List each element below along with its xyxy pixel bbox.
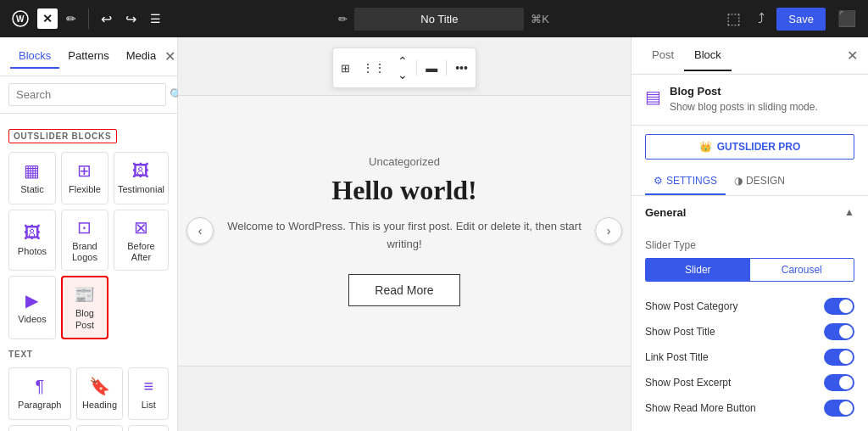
toggle-show-read-more-label: Show Read More Button: [645, 402, 756, 414]
toggle-show-read-more-switch[interactable]: [824, 400, 854, 417]
slider-type-carousel-btn[interactable]: Carousel: [750, 259, 854, 281]
block-tb-align-btn[interactable]: ▬: [420, 58, 442, 78]
block-videos[interactable]: ▶ Videos: [8, 276, 56, 339]
block-static-label: Static: [20, 184, 44, 195]
tab-media[interactable]: Media: [118, 44, 164, 69]
search-input[interactable]: [8, 83, 166, 106]
block-heading[interactable]: 🔖 Heading: [76, 367, 124, 420]
brand-logos-icon: ⊡: [77, 217, 92, 238]
keyboard-shortcut: ⌘K: [531, 13, 549, 25]
right-panel-content: General ▲ Slider Type Slider Carousel Sh…: [632, 196, 868, 431]
save-button[interactable]: Save: [776, 8, 826, 31]
block-flexible[interactable]: ⊞ Flexible: [61, 152, 108, 204]
tab-patterns[interactable]: Patterns: [59, 44, 117, 69]
block-photos-label: Photos: [18, 246, 47, 257]
post-title-input[interactable]: [354, 8, 524, 31]
heading-icon: 🔖: [89, 376, 110, 396]
slider-type-slider-btn[interactable]: Slider: [646, 259, 750, 281]
slider-type-buttons: Slider Carousel: [645, 258, 854, 282]
design-tab-label: DESIGN: [746, 175, 785, 187]
toggle-link-post-title-label: Link Post Title: [645, 351, 709, 363]
blog-post-icon: 📰: [74, 284, 95, 305]
gutslider-blocks-grid: ▦ Static ⊞ Flexible 🖼 Testimonial 🖼 Phot…: [8, 152, 169, 339]
text-blocks-grid: ¶ Paragraph 🔖 Heading ≡ List ❝ Quote: [8, 367, 169, 431]
external-link-button[interactable]: ⤴: [753, 6, 770, 31]
block-info-text: Blog Post Show blog posts in sliding mod…: [670, 85, 854, 115]
toggle-show-post-excerpt-switch[interactable]: [824, 374, 854, 391]
block-brand-logos[interactable]: ⊡ Brand Logos: [61, 210, 108, 271]
settings-tab-label: SETTINGS: [666, 175, 717, 187]
photos-icon: 🖼: [24, 223, 41, 243]
pencil-icon: ✏: [338, 13, 348, 25]
slider-nav-left[interactable]: ‹: [186, 217, 214, 244]
edit-pencil-button[interactable]: ✏: [61, 7, 81, 31]
block-photos[interactable]: 🖼 Photos: [8, 210, 56, 271]
block-testimonial[interactable]: 🖼 Testimonial: [114, 152, 169, 204]
block-heading-label: Heading: [82, 400, 117, 411]
block-code[interactable]: <> Code: [76, 425, 124, 431]
block-before-after[interactable]: ⊠ Before After: [114, 210, 169, 271]
right-sidebar: Post Block ✕ ▤ Blog Post Show blog posts…: [631, 37, 868, 431]
toolbar-right: ⬚ ⤴ Save ⬛: [721, 4, 861, 33]
toggle-link-post-title: Link Post Title: [645, 344, 854, 370]
undo-button[interactable]: ↩: [96, 6, 117, 32]
block-details[interactable]: ≣ Details: [128, 425, 169, 431]
left-sidebar: Blocks Patterns Media ✕ 🔍 OUTSLIDER BLOC…: [0, 37, 178, 431]
block-list-label: List: [142, 400, 156, 411]
block-tb-more-btn[interactable]: •••: [450, 58, 473, 78]
preview-button[interactable]: ⬚: [721, 4, 746, 33]
block-videos-label: Videos: [18, 314, 46, 325]
right-tab-post[interactable]: Post: [642, 40, 684, 71]
toggle-show-post-category-switch[interactable]: [824, 298, 854, 315]
toolbar-sep-2: [446, 60, 447, 76]
tab-blocks[interactable]: Blocks: [10, 44, 59, 69]
block-tb-select-btn[interactable]: ⊞: [336, 59, 355, 78]
general-section: General ▲ Slider Type Slider Carousel Sh…: [632, 196, 868, 431]
flexible-icon: ⊞: [77, 160, 92, 181]
crown-icon: 👑: [699, 141, 712, 153]
settings-button[interactable]: ⬛: [832, 4, 861, 33]
read-more-button[interactable]: Read More: [348, 274, 459, 306]
general-chevron-up-icon: ▲: [844, 206, 854, 218]
sd-tab-settings[interactable]: ⚙ SETTINGS: [645, 168, 726, 195]
static-icon: ▦: [24, 160, 40, 181]
block-static[interactable]: ▦ Static: [8, 152, 56, 204]
close-x-button[interactable]: ✕: [37, 8, 58, 29]
gutslider-pro-label: GUTSLIDER PRO: [717, 141, 801, 153]
list-view-button[interactable]: ☰: [145, 7, 166, 31]
gutslider-pro-button[interactable]: 👑 GUTSLIDER PRO: [645, 134, 854, 160]
right-tab-block[interactable]: Block: [684, 40, 732, 71]
general-label: General: [645, 206, 686, 219]
block-tb-drag-btn[interactable]: ⋮⋮: [357, 58, 391, 78]
paragraph-icon: ¶: [35, 377, 44, 396]
search-box: 🔍: [0, 76, 177, 114]
sd-tab-design[interactable]: ◑ DESIGN: [726, 168, 793, 195]
toolbar-separator-1: [88, 8, 89, 29]
block-quote[interactable]: ❝ Quote: [8, 425, 71, 431]
list-icon: ≡: [143, 377, 153, 396]
block-blog-post[interactable]: 📰 Blog Post: [61, 276, 108, 339]
toggle-show-post-title-switch[interactable]: [824, 323, 854, 340]
sidebar-tabs: Blocks Patterns Media ✕: [0, 37, 177, 76]
slide-category: Uncategorized: [227, 155, 581, 168]
toolbar-sep: [416, 60, 417, 76]
block-toolbar: ⊞ ⋮⋮ ⌃⌄ ▬ •••: [332, 48, 476, 88]
toggle-link-post-title-switch[interactable]: [824, 349, 854, 366]
wp-logo[interactable]: W: [7, 5, 34, 32]
slider-nav-right[interactable]: ›: [595, 217, 622, 244]
right-sidebar-tabs: Post Block ✕: [632, 37, 868, 75]
toggle-show-post-title: Show Post Title: [645, 319, 854, 344]
block-paragraph[interactable]: ¶ Paragraph: [8, 367, 71, 420]
general-section-header[interactable]: General ▲: [632, 196, 868, 229]
settings-design-tabs: ⚙ SETTINGS ◑ DESIGN: [632, 168, 868, 196]
slide-excerpt: Welcome to WordPress. This is your first…: [227, 218, 581, 254]
toggle-show-post-title-label: Show Post Title: [645, 326, 715, 338]
sidebar-close-button[interactable]: ✕: [164, 48, 175, 64]
canvas-area: ⊞ ⋮⋮ ⌃⌄ ▬ ••• ‹ Uncategorized Hello worl…: [178, 37, 631, 431]
block-list[interactable]: ≡ List: [128, 367, 169, 420]
svg-text:W: W: [16, 14, 25, 24]
block-info-desc: Show blog posts in sliding mode.: [670, 100, 854, 115]
right-sidebar-close-button[interactable]: ✕: [847, 48, 858, 64]
redo-button[interactable]: ↪: [120, 6, 142, 32]
block-tb-arrows-btn[interactable]: ⌃⌄: [392, 51, 413, 85]
